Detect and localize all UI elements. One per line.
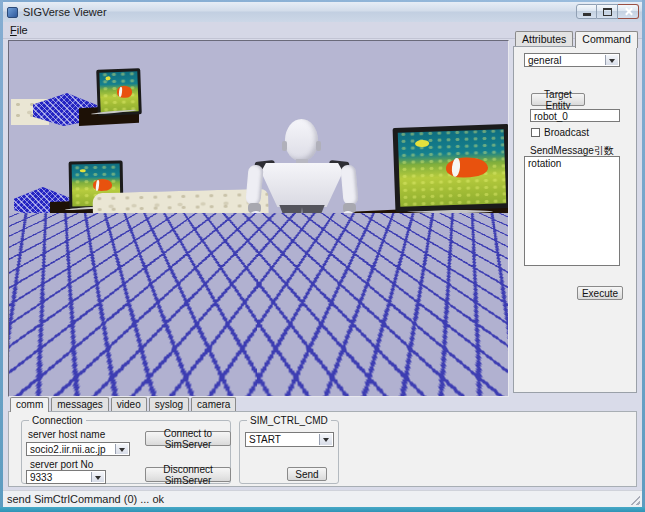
command-panel: Attributes Command general Target Entity… <box>512 30 638 394</box>
sim-ctrl-select[interactable]: START <box>245 432 334 447</box>
host-select[interactable]: socio2.iir.nii.ac.jp <box>26 442 130 456</box>
robot-thigh <box>271 239 293 285</box>
teddy-legs <box>229 369 263 379</box>
maximize-button[interactable] <box>597 4 618 19</box>
send-button[interactable]: Send <box>287 467 327 481</box>
port-label: server port No <box>30 459 93 470</box>
robot-thigh <box>309 239 331 285</box>
sofa-leg <box>151 273 156 284</box>
tab-attributes[interactable]: Attributes <box>515 31 573 47</box>
tv-right-screen <box>398 129 507 207</box>
execute-button[interactable]: Execute <box>577 286 623 300</box>
comm-tab-page: Connection server host name socio2.iir.n… <box>8 411 637 487</box>
humanoid-robot <box>247 117 357 349</box>
robot-ear <box>316 141 321 151</box>
robot-hand <box>342 247 353 261</box>
app-window: SIGVerse Viewer File <box>0 0 645 512</box>
tv-left-upper <box>96 68 142 116</box>
dropdown-arrow-icon[interactable] <box>115 444 128 454</box>
robot-upper-arm <box>340 164 358 205</box>
teddy-snout <box>240 339 252 348</box>
orange-ball-far <box>392 357 403 368</box>
broadcast-row: Broadcast <box>531 127 589 138</box>
close-button[interactable] <box>618 4 639 19</box>
dropdown-arrow-icon[interactable] <box>91 472 104 482</box>
tv-right <box>393 124 509 212</box>
connection-group: Connection server host name socio2.iir.n… <box>21 420 231 484</box>
yellow-fish-icon <box>106 77 111 81</box>
port-value: 9333 <box>30 472 52 483</box>
tab-camera[interactable]: camera <box>191 397 236 411</box>
sim-ctrl-group: SIM_CTRL_CMD START Send <box>239 420 339 484</box>
status-bar: send SimCtrlCommand (0) ... ok <box>3 490 642 507</box>
tab-command[interactable]: Command <box>575 31 637 48</box>
sim-ctrl-value: START <box>249 434 281 445</box>
tab-messages[interactable]: messages <box>51 397 109 411</box>
sofa <box>93 187 269 283</box>
viewport-3d[interactable] <box>8 40 509 397</box>
robot-shin <box>272 289 292 335</box>
tv-left-upper-screen <box>99 71 138 112</box>
clownfish-icon <box>445 156 488 178</box>
status-message: send SimCtrlCommand (0) ... ok <box>3 493 164 505</box>
host-value: socio2.iir.nii.ac.jp <box>30 444 106 455</box>
sofa-leg <box>107 271 112 283</box>
red-ball <box>144 315 161 332</box>
target-entity-button[interactable]: Target Entity <box>531 93 585 106</box>
port-select[interactable]: 9333 <box>26 470 106 484</box>
maximize-icon <box>603 8 612 16</box>
clownfish-icon <box>117 86 133 98</box>
minimize-icon <box>583 13 591 16</box>
teddy-bear <box>227 327 265 379</box>
command-panel-tabs: Attributes Command <box>515 31 640 47</box>
robot-ear <box>282 141 287 151</box>
window-border-left <box>0 0 3 512</box>
app-icon <box>7 7 18 18</box>
menu-file[interactable]: File <box>3 23 35 37</box>
table-leg <box>219 249 226 295</box>
command-type-select[interactable]: general <box>524 53 620 67</box>
robot-foot <box>268 331 294 345</box>
broadcast-checkbox[interactable] <box>531 128 540 137</box>
robot-torso <box>261 163 343 207</box>
bottom-panel: comm messages video syslog camera Connec… <box>8 397 637 489</box>
robot-upper-arm <box>245 164 263 205</box>
robot-waist <box>275 205 329 227</box>
dropdown-arrow-icon[interactable] <box>605 55 618 65</box>
host-label: server host name <box>28 429 105 440</box>
sim-ctrl-group-label: SIM_CTRL_CMD <box>247 415 331 426</box>
close-icon <box>624 7 633 16</box>
dropdown-arrow-icon[interactable] <box>319 434 332 445</box>
target-entity-input[interactable]: robot_0 <box>530 109 620 122</box>
connection-group-label: Connection <box>29 415 86 426</box>
window-border-bottom <box>0 507 645 512</box>
bottom-tabs: comm messages video syslog camera <box>10 397 238 411</box>
robot-shin <box>310 289 330 335</box>
broadcast-label: Broadcast <box>544 127 589 138</box>
yellow-fish-icon <box>79 169 85 173</box>
title-bar[interactable]: SIGVerse Viewer <box>3 2 642 22</box>
robot-hand <box>251 247 262 261</box>
command-tab-page: general Target Entity robot_0 Broadcast … <box>513 46 637 393</box>
yellow-fish-icon <box>415 140 429 147</box>
sofa-leg <box>197 273 202 284</box>
robot-forearm <box>248 211 262 249</box>
robot-head <box>285 119 318 161</box>
message-textarea[interactable]: rotation <box>524 156 620 266</box>
command-type-value: general <box>528 55 561 66</box>
robot-foot <box>308 331 334 345</box>
resize-grip-icon[interactable] <box>628 493 640 505</box>
tab-comm[interactable]: comm <box>10 397 49 412</box>
robot-forearm <box>341 211 355 249</box>
minimize-button[interactable] <box>576 4 597 19</box>
tv-cabinet <box>346 204 509 284</box>
tab-video[interactable]: video <box>111 397 147 411</box>
tab-syslog[interactable]: syslog <box>149 397 189 411</box>
disconnect-button[interactable]: Disconnect SimServer <box>145 467 231 482</box>
connect-button[interactable]: Connect to SimServer <box>145 431 231 446</box>
window-title: SIGVerse Viewer <box>23 6 107 18</box>
orange-ball-near <box>386 378 400 392</box>
